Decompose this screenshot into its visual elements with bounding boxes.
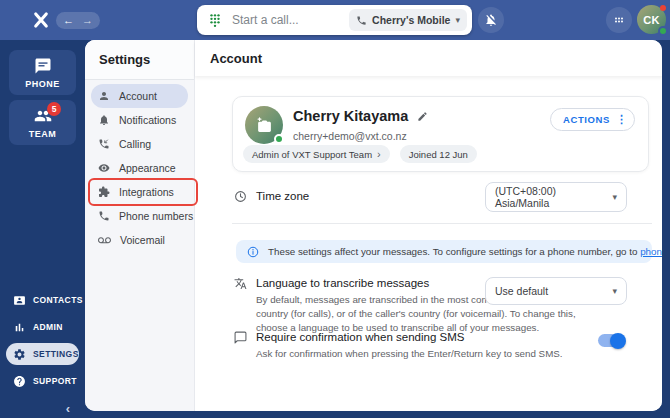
eye-icon: [98, 162, 110, 174]
sms-confirmation-toggle[interactable]: [598, 334, 625, 347]
info-icon: [247, 246, 259, 258]
chat-icon: [34, 57, 52, 75]
info-banner-text: These settings affect your messages. To …: [268, 246, 640, 257]
joined-date-chip-label: Joined 12 Jun: [409, 149, 468, 160]
sidebar-item-team[interactable]: TEAM 5: [9, 100, 76, 145]
camera-add-icon: [256, 117, 273, 134]
settings-nav-label: Voicemail: [120, 234, 165, 246]
profile-email: cherry+demo@vxt.co.nz: [293, 130, 407, 142]
sidebar-item-contacts[interactable]: CONTACTS: [0, 289, 85, 311]
sms-confirmation-title: Require confirmation when sending SMS: [256, 331, 598, 343]
search-input[interactable]: [232, 13, 349, 27]
team-membership-chip[interactable]: Admin of VXT Support Team ›: [243, 145, 390, 163]
profile-name: Cherry Kitayama: [293, 108, 408, 124]
sidebar-item-label: CONTACTS: [33, 295, 83, 305]
actions-button[interactable]: ACTIONS ⋮: [550, 108, 635, 131]
profile-avatar[interactable]: [245, 106, 283, 144]
timezone-row: Time zone: [234, 190, 309, 203]
phone-icon: [98, 210, 110, 222]
sidebar-bottom-group: CONTACTS ADMIN SETTINGS SUPPORT: [0, 289, 85, 392]
settings-nav-panel: Settings Account Notifications: [85, 40, 195, 411]
sidebar-item-label: ADMIN: [33, 322, 63, 332]
settings-nav-notifications[interactable]: Notifications: [91, 108, 188, 132]
settings-nav-label: Integrations: [119, 186, 174, 198]
top-bar: ← → Cherry's Mobile ▾: [0, 0, 670, 40]
bar-chart-icon: [13, 321, 26, 334]
contacts-icon: [13, 294, 26, 307]
settings-nav-account[interactable]: Account: [91, 84, 188, 108]
joined-date-chip: Joined 12 Jun: [400, 145, 477, 163]
timezone-label: Time zone: [256, 190, 309, 202]
sidebar-item-admin[interactable]: ADMIN: [0, 316, 85, 338]
apps-button[interactable]: [606, 7, 632, 33]
apps-icon: [613, 14, 625, 26]
chevron-right-icon: ›: [377, 149, 381, 160]
primary-sidebar: PHONE TEAM 5 CONTACTS ADMIN: [0, 40, 85, 418]
info-banner: These settings affect your messages. To …: [236, 240, 652, 263]
settings-panel-title: Settings: [85, 40, 194, 80]
device-selector-label: Cherry's Mobile: [372, 14, 450, 26]
settings-nav-label: Notifications: [119, 114, 176, 126]
settings-nav-voicemail[interactable]: Voicemail: [91, 228, 188, 252]
start-call-search[interactable]: Cherry's Mobile ▾: [197, 5, 472, 35]
phone-numbers-link[interactable]: phone numbers: [640, 246, 662, 257]
edit-pencil-icon[interactable]: [417, 111, 428, 122]
dialpad-icon: [208, 13, 222, 27]
timezone-value: (UTC+08:00) Asia/Manila: [495, 185, 612, 209]
person-icon: [98, 90, 110, 102]
vxt-app-window: ← → Cherry's Mobile ▾: [0, 0, 670, 418]
sms-icon: [234, 331, 247, 344]
settings-nav-label: Phone numbers: [119, 210, 193, 222]
presence-dot: [274, 134, 284, 144]
content-card: Settings Account Notifications: [85, 40, 662, 411]
timezone-dropdown[interactable]: (UTC+08:00) Asia/Manila ▾: [485, 182, 627, 212]
chevron-down-icon: ▾: [455, 15, 460, 25]
sidebar-item-label: TEAM: [29, 129, 57, 139]
settings-nav-label: Account: [119, 90, 157, 102]
vxt-logo-icon: [32, 11, 50, 29]
sms-confirmation-row: Require confirmation when sending SMS As…: [234, 331, 598, 361]
transcription-language-dropdown[interactable]: Use default ▾: [485, 277, 627, 305]
avatar-initials: CK: [643, 14, 660, 26]
sidebar-item-label: SUPPORT: [33, 376, 77, 386]
help-icon: [13, 375, 26, 388]
sidebar-item-label: SETTINGS: [33, 349, 79, 359]
settings-nav-calling[interactable]: Calling: [91, 132, 188, 156]
clock-icon: [234, 190, 247, 203]
settings-nav-integrations[interactable]: Integrations: [91, 180, 188, 204]
collapse-sidebar-icon[interactable]: ‹: [66, 401, 70, 416]
puzzle-icon: [98, 186, 110, 198]
device-selector[interactable]: Cherry's Mobile ▾: [349, 9, 467, 31]
bell-off-icon: [484, 13, 498, 27]
transcription-language-value: Use default: [495, 285, 548, 297]
forward-arrow-icon[interactable]: →: [82, 15, 93, 26]
settings-nav-appearance[interactable]: Appearance: [91, 156, 188, 180]
gear-icon: [13, 348, 26, 361]
account-settings-main: Account Cherry Kitayama cherry+demo@v: [195, 40, 662, 411]
sms-confirmation-description: Ask for confirmation when pressing the E…: [256, 347, 598, 361]
sidebar-item-label: PHONE: [25, 79, 60, 89]
page-title: Account: [195, 40, 662, 76]
bell-icon: [98, 114, 110, 126]
sidebar-item-phone[interactable]: PHONE: [9, 50, 76, 95]
back-arrow-icon[interactable]: ←: [63, 15, 74, 26]
translate-icon: [234, 277, 247, 290]
section-divider: [232, 223, 652, 224]
user-avatar[interactable]: CK: [637, 5, 666, 34]
team-badge: 5: [47, 102, 61, 116]
history-nav: ← →: [56, 12, 100, 29]
phone-callback-icon: [98, 138, 110, 150]
sidebar-item-support[interactable]: SUPPORT: [0, 370, 85, 392]
settings-nav-phone-numbers[interactable]: Phone numbers: [91, 204, 188, 228]
phone-icon: [356, 15, 367, 26]
toggle-knob: [610, 333, 626, 349]
actions-button-label: ACTIONS: [563, 114, 610, 125]
settings-nav-label: Appearance: [119, 162, 176, 174]
notifications-muted-button[interactable]: [478, 7, 504, 33]
presence-dot: [658, 26, 668, 36]
chevron-down-icon: ▾: [612, 286, 617, 296]
dots-vertical-icon: ⋮: [616, 113, 627, 126]
sidebar-item-settings[interactable]: SETTINGS: [6, 343, 79, 365]
notification-dot: [660, 5, 666, 11]
settings-nav-label: Calling: [119, 138, 151, 150]
